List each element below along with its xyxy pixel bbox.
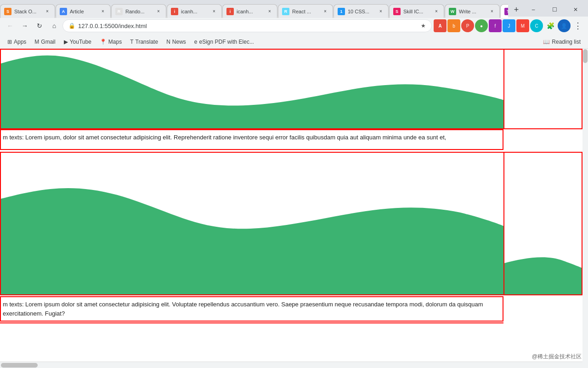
refresh-button[interactable]: ↻ — [33, 19, 46, 32]
bookmark-maps[interactable]: 📍Maps — [96, 38, 125, 46]
ext4-icon[interactable]: M — [516, 19, 529, 32]
new-tab-button[interactable]: + — [510, 3, 523, 16]
browser-tab-tab-stack[interactable]: SStack O...× — [0, 4, 55, 18]
bookmark-translate[interactable]: TTranslate — [126, 38, 162, 46]
maximize-button[interactable]: ☐ — [544, 3, 565, 17]
bookmark-icon: N — [166, 39, 170, 45]
text-section-2: m texts: Lorem ipsum dolor sit amet cons… — [0, 296, 503, 322]
bookmark-esignpdfwithelec...[interactable]: eeSign PDF with Elec... — [191, 38, 258, 46]
ext1-icon[interactable]: ● — [475, 19, 488, 32]
browser-chrome: SStack O...×AArticle×RRando...×iicanh...… — [0, 0, 588, 49]
scrollbar-horizontal[interactable] — [0, 362, 582, 368]
tab-close-tab-skill[interactable]: × — [433, 8, 440, 15]
bookmark-icon: T — [130, 39, 133, 45]
acrobat-icon[interactable]: A — [434, 19, 447, 32]
tab-favicon-tab-stack: S — [4, 8, 11, 15]
tab-title-tab-10css: 10 CSS... — [348, 9, 374, 14]
wave-section-2 — [0, 152, 582, 295]
browser-tab-tab-ican1[interactable]: iicanh...× — [167, 4, 222, 18]
browser-tab-tab-react[interactable]: RReact ...× — [278, 4, 333, 18]
tab-favicon-tab-10css: 1 — [338, 8, 345, 15]
ext3-icon[interactable]: J — [503, 19, 515, 32]
wave-svg-2 — [1, 153, 504, 294]
tab-bar: SStack O...×AArticle×RRando...×iicanh...… — [0, 0, 588, 17]
ext5-icon[interactable]: C — [530, 19, 543, 32]
pocket-icon[interactable]: P — [461, 19, 474, 32]
browser-tab-tab-article[interactable]: AArticle× — [56, 4, 111, 18]
bookmark-label: YouTube — [70, 39, 91, 45]
tab-title-tab-stack: Stack O... — [14, 9, 41, 14]
profile-icon[interactable]: 👤 — [558, 19, 571, 32]
wave-canvas-2 — [1, 153, 504, 294]
extensions-icon[interactable]: 🧩 — [544, 19, 557, 32]
page-content: m texts: Lorem ipsum, dolor sit amet con… — [0, 49, 582, 368]
reading-list-icon: 📖 — [543, 39, 550, 45]
scrollbar-thumb[interactable] — [583, 49, 588, 63]
browser-tab-tab-random[interactable]: RRando...× — [111, 4, 166, 18]
scrollbar-vertical[interactable] — [582, 49, 588, 368]
right-panel-wave — [504, 153, 582, 294]
tab-close-tab-10css[interactable]: × — [377, 8, 384, 15]
tab-close-tab-random[interactable]: × — [155, 8, 162, 15]
tab-title-tab-write: Write ... — [459, 9, 486, 14]
tab-title-tab-random: Rando... — [125, 9, 152, 14]
bookmark-label: Gmail — [41, 39, 55, 45]
wave-canvas-1 — [1, 50, 504, 128]
url-display: 127.0.0.1:5500/index.html — [78, 23, 418, 29]
bookmark-youtube[interactable]: ▶YouTube — [60, 38, 95, 46]
bookmark-label: Translate — [136, 39, 158, 45]
tab-favicon-tab-ican1: i — [171, 8, 178, 15]
tab-close-tab-ican2[interactable]: × — [266, 8, 273, 15]
tab-favicon-tab-skill: S — [393, 8, 401, 15]
bookmark-label: Apps — [14, 39, 26, 45]
browser-tab-tab-skill[interactable]: SSkill IC...× — [389, 4, 444, 18]
window-controls: – ☐ ✕ — [523, 3, 588, 17]
bookmark-icon: e — [194, 39, 198, 45]
tab-title-tab-ican1: icanh... — [181, 9, 208, 14]
tab-close-tab-ican1[interactable]: × — [210, 8, 218, 15]
tab-title-tab-article: Article — [70, 9, 96, 14]
menu-icon[interactable]: ⋮ — [571, 19, 584, 32]
tab-title-tab-react: React ... — [292, 9, 319, 14]
tab-close-tab-react[interactable]: × — [322, 8, 329, 15]
reading-list-button[interactable]: 📖 Reading list — [539, 38, 584, 46]
bookmark-news[interactable]: NNews — [163, 38, 190, 46]
tab-favicon-tab-ican2: i — [226, 8, 234, 15]
browserstack-icon[interactable]: b — [447, 19, 460, 32]
ext2-icon[interactable]: f — [489, 19, 502, 32]
wave-section-1 — [0, 49, 582, 129]
home-button[interactable]: ⌂ — [48, 19, 61, 32]
browser-tab-tab-trick[interactable]: TTrick 1× — [500, 4, 508, 18]
tab-favicon-tab-write: W — [449, 8, 456, 15]
tab-close-tab-write[interactable]: × — [488, 8, 496, 15]
lorem-text-2: m texts: Lorem ipsum dolor sit amet cons… — [3, 301, 483, 317]
bottom-border-line — [0, 322, 503, 323]
bookmark-apps[interactable]: ⊞Apps — [4, 38, 30, 46]
tab-close-tab-article[interactable]: × — [99, 8, 107, 15]
reading-list-label: Reading list — [552, 39, 581, 45]
minimize-button[interactable]: – — [523, 3, 544, 17]
text-section-1: m texts: Lorem ipsum, dolor sit amet con… — [0, 129, 503, 150]
bookmark-icon: ⊞ — [7, 39, 12, 45]
back-button[interactable]: ← — [4, 19, 17, 32]
browser-tab-tab-ican2[interactable]: iicanh...× — [222, 4, 277, 18]
close-button[interactable]: ✕ — [565, 3, 586, 17]
bookmark-label: Maps — [108, 39, 122, 45]
bookmark-label: eSign PDF with Elec... — [199, 39, 254, 45]
tab-close-tab-stack[interactable]: × — [44, 8, 51, 15]
address-bar[interactable]: 🔒 127.0.0.1:5500/index.html ★ — [62, 19, 432, 32]
horizontal-scroll-thumb[interactable] — [1, 363, 38, 368]
tab-title-tab-ican2: icanh... — [237, 9, 263, 14]
tab-title-tab-skill: Skill IC... — [403, 9, 430, 14]
bookmark-gmail[interactable]: MGmail — [31, 38, 59, 46]
lorem-text-1: m texts: Lorem ipsum, dolor sit amet con… — [3, 134, 446, 141]
browser-tab-tab-write[interactable]: WWrite ...× — [445, 4, 500, 18]
wave-svg-1 — [1, 50, 504, 128]
toolbar-icons: A b P ● f J M C 🧩 👤 ⋮ — [434, 19, 584, 32]
bookmark-icon: 📍 — [100, 39, 107, 45]
forward-button[interactable]: → — [18, 19, 31, 32]
tab-favicon-tab-react: R — [282, 8, 289, 15]
tab-favicon-tab-article: A — [60, 8, 67, 15]
browser-tab-tab-10css[interactable]: 110 CSS...× — [334, 4, 389, 18]
bookmark-icon: ▶ — [64, 39, 68, 45]
